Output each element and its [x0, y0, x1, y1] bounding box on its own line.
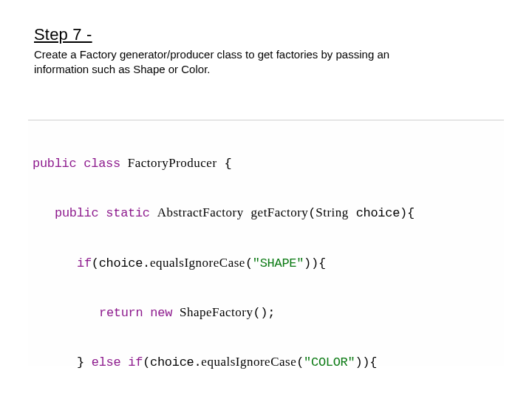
- tail: ();: [253, 306, 275, 320]
- space: [150, 206, 157, 220]
- string-literal: "SHAPE": [253, 256, 304, 270]
- keyword-class: class: [83, 157, 120, 171]
- paren: (: [245, 256, 253, 270]
- cond: (choice.: [92, 256, 150, 270]
- slide: Step 7 - Create a Factory generator/prod…: [0, 0, 532, 399]
- method-call: equalsIgnoreCase: [201, 355, 296, 369]
- paren: (: [296, 355, 304, 369]
- paren: )){: [355, 355, 377, 369]
- space: [98, 206, 106, 220]
- class-name: FactoryProducer: [128, 156, 217, 170]
- code-line: public static AbstractFactory getFactory…: [33, 200, 499, 225]
- brace: }: [77, 355, 92, 369]
- return-type: AbstractFactory: [157, 205, 244, 219]
- paren: )){: [304, 256, 326, 270]
- code-block: public class FactoryProducer { public st…: [28, 120, 504, 366]
- keyword-static: static: [106, 206, 149, 220]
- keyword-if: if: [77, 256, 92, 270]
- space: [244, 206, 251, 220]
- code-line: public class FactoryProducer {: [33, 151, 499, 176]
- param-type: String: [316, 205, 349, 219]
- string-literal: "COLOR": [304, 355, 355, 369]
- keyword-public: public: [55, 206, 98, 220]
- code-line: } else if(choice.equalsIgnoreCase("COLOR…: [33, 349, 499, 375]
- paren: (: [308, 206, 316, 220]
- step-title: Step 7 -: [34, 25, 498, 44]
- code-line: if(choice.equalsIgnoreCase("SHAPE")){: [33, 250, 499, 276]
- method-name: getFactory: [251, 205, 309, 219]
- keyword-public: public: [33, 157, 76, 171]
- param-name: choice: [349, 206, 400, 220]
- code-line: return new ShapeFactory();: [33, 300, 499, 325]
- space: [76, 157, 83, 171]
- class-ref: ShapeFactory: [180, 305, 253, 319]
- brace: {: [217, 157, 232, 171]
- space: [120, 355, 128, 369]
- paren: ){: [400, 206, 415, 220]
- keyword-if: if: [128, 355, 143, 369]
- step-description: Create a Factory generator/producer clas…: [34, 47, 440, 78]
- keyword-new: new: [143, 306, 180, 320]
- cond: (choice.: [143, 355, 201, 369]
- keyword-return: return: [99, 306, 143, 320]
- method-call: equalsIgnoreCase: [150, 256, 245, 270]
- keyword-else: else: [92, 355, 121, 369]
- space: [120, 157, 128, 171]
